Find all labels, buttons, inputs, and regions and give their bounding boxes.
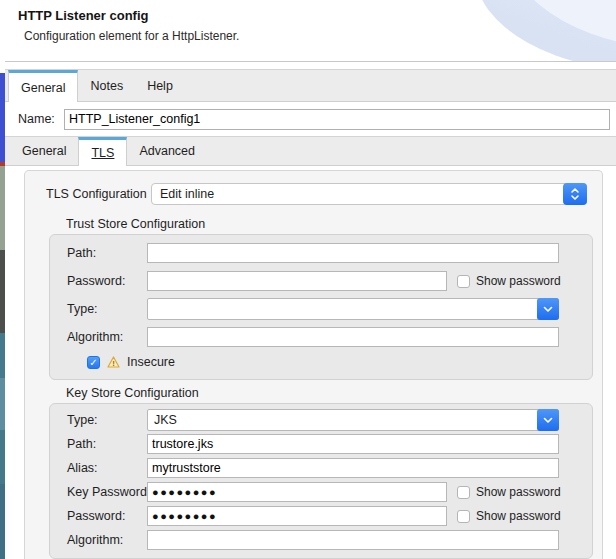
trust-store-password-label: Password:: [67, 274, 147, 288]
trust-store-path-input[interactable]: [147, 243, 559, 263]
trust-store-type-row: Type:: [67, 295, 592, 323]
subtab-advanced[interactable]: Advanced: [127, 137, 207, 165]
key-store-key-password-label: Key Password:: [67, 485, 147, 499]
chevron-down-icon[interactable]: [537, 409, 559, 431]
tls-configuration-selected-value: Edit inline: [152, 184, 586, 204]
http-listener-config-dialog: HTTP Listener config Configuration eleme…: [5, 0, 616, 559]
updown-stepper-icon[interactable]: [563, 183, 587, 205]
tab-help[interactable]: Help: [135, 70, 185, 101]
key-store-password-show-checkbox[interactable]: [457, 510, 470, 523]
key-store-password-show-label: Show password: [476, 509, 561, 523]
trust-store-algorithm-input[interactable]: [147, 327, 559, 347]
trust-store-path-label: Path:: [67, 246, 147, 260]
page-title: HTTP Listener config: [18, 8, 149, 23]
trust-store-algorithm-label: Algorithm:: [67, 330, 147, 344]
key-store-section-title: Key Store Configuration: [66, 386, 602, 400]
sub-tab-bar: General TLS Advanced: [5, 136, 616, 166]
top-tab-bar: General Notes Help: [5, 69, 616, 102]
name-label: Name:: [18, 112, 64, 126]
trust-store-groupbox: Path: Password: Show password Type:: [49, 234, 593, 380]
svg-text:!: !: [112, 359, 115, 368]
header-gap: [5, 62, 616, 69]
key-store-key-password-row: Key Password: Show password: [67, 480, 592, 504]
key-store-algorithm-row: Algorithm:: [67, 528, 592, 552]
page-subtitle: Configuration element for a HttpListener…: [24, 29, 239, 43]
key-store-alias-row: Alias:: [67, 456, 592, 480]
trust-store-section-title: Trust Store Configuration: [66, 217, 602, 231]
insecure-label: Insecure: [127, 355, 175, 369]
key-store-type-select[interactable]: JKS: [147, 409, 559, 431]
chevron-down-icon[interactable]: [537, 298, 559, 320]
tls-panel: TLS Configuration Edit inline Trust Stor…: [24, 170, 603, 559]
key-store-type-row: Type: JKS: [67, 408, 592, 432]
trust-store-type-select[interactable]: [147, 298, 559, 320]
insecure-checkbox[interactable]: ✓: [87, 356, 100, 369]
key-store-groupbox: Type: JKS Path: Alias:: [49, 403, 593, 559]
key-store-algorithm-label: Algorithm:: [67, 533, 147, 547]
key-store-alias-label: Alias:: [67, 461, 147, 475]
trust-store-path-row: Path:: [67, 239, 592, 267]
subtab-tls[interactable]: TLS: [78, 137, 127, 166]
key-store-key-password-input[interactable]: [147, 482, 447, 502]
insecure-row: ✓ ! Insecure: [87, 351, 592, 373]
subtab-general[interactable]: General: [10, 137, 78, 165]
tls-tab-content: TLS Configuration Edit inline Trust Stor…: [5, 170, 616, 559]
key-store-alias-input[interactable]: [147, 458, 559, 478]
trust-store-password-input[interactable]: [147, 271, 447, 291]
key-store-path-label: Path:: [67, 437, 147, 451]
key-store-algorithm-input[interactable]: [147, 530, 559, 550]
tls-configuration-label: TLS Configuration: [46, 187, 151, 201]
name-input[interactable]: [64, 109, 610, 130]
tab-notes[interactable]: Notes: [78, 70, 135, 101]
key-store-type-label: Type:: [67, 413, 147, 427]
form-header: HTTP Listener config Configuration eleme…: [5, 0, 616, 62]
key-store-path-row: Path:: [67, 432, 592, 456]
key-store-path-input[interactable]: [147, 434, 559, 454]
warning-icon: !: [107, 356, 120, 368]
key-store-password-input[interactable]: [147, 506, 447, 526]
key-store-key-password-show-checkbox[interactable]: [457, 486, 470, 499]
name-row: Name:: [5, 102, 616, 136]
key-store-key-password-show-label: Show password: [476, 485, 561, 499]
trust-store-show-password-checkbox[interactable]: [457, 275, 470, 288]
tab-general[interactable]: General: [8, 70, 78, 102]
trust-store-algorithm-row: Algorithm:: [67, 323, 592, 351]
trust-store-show-password-label: Show password: [476, 274, 561, 288]
tls-configuration-select[interactable]: Edit inline: [151, 183, 587, 205]
key-store-type-selected-value: JKS: [148, 410, 558, 430]
trust-store-password-row: Password: Show password: [67, 267, 592, 295]
key-store-password-label: Password:: [67, 509, 147, 523]
key-store-password-row: Password: Show password: [67, 504, 592, 528]
trust-store-type-label: Type:: [67, 302, 147, 316]
tls-configuration-row: TLS Configuration Edit inline: [25, 171, 602, 209]
